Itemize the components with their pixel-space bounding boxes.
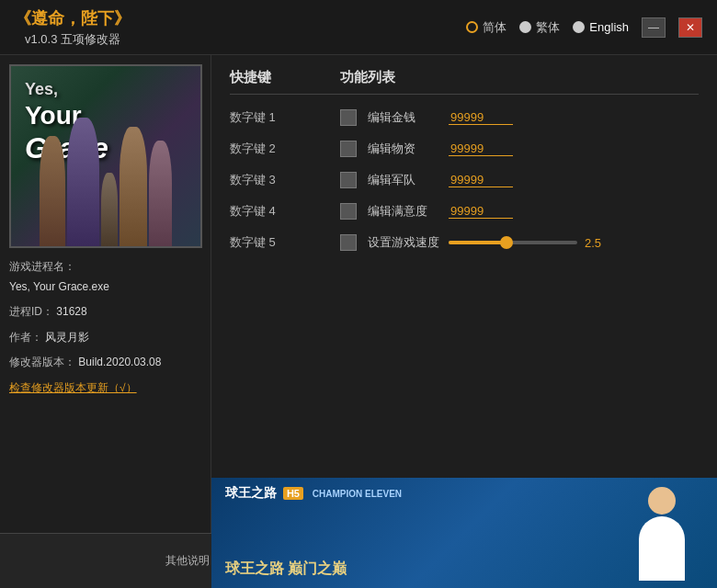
lang-traditional[interactable]: 繁体 bbox=[519, 19, 560, 36]
cheat-row-4: 数字键 4 编辑满意度 bbox=[230, 203, 699, 220]
func-label-4: 编辑满意度 bbox=[368, 203, 441, 220]
checkbox-2[interactable] bbox=[340, 141, 357, 157]
ad-person bbox=[625, 487, 699, 588]
info-author: 作者： 风灵月影 bbox=[9, 328, 201, 348]
main-area: Yes, Your Grace 游戏进程名： Yes, Your Grace.e… bbox=[0, 55, 717, 533]
minimize-button[interactable]: — bbox=[642, 17, 666, 38]
func-label-2: 编辑物资 bbox=[368, 141, 441, 157]
func-label-1: 编辑金钱 bbox=[368, 109, 441, 126]
hotkey-5: 数字键 5 bbox=[230, 234, 340, 251]
cheat-row-3: 数字键 3 编辑军队 bbox=[230, 172, 699, 188]
radio-english bbox=[573, 21, 585, 33]
game-cover-image: Yes, Your Grace bbox=[9, 64, 202, 248]
language-controls: 简体 繁体 English — ✕ bbox=[466, 17, 702, 38]
cheat-row-5: 数字键 5 设置游戏速度 2.5 bbox=[230, 234, 699, 251]
ad-brand: CHAMPION ELEVEN bbox=[313, 489, 402, 499]
person-head bbox=[648, 487, 676, 514]
value-input-1[interactable] bbox=[449, 110, 513, 125]
hotkey-2: 数字键 2 bbox=[230, 141, 340, 157]
hotkey-3: 数字键 3 bbox=[230, 172, 340, 188]
col-hotkey-header: 快捷键 bbox=[230, 69, 340, 86]
lang-english-label: English bbox=[589, 20, 629, 34]
value-input-4[interactable] bbox=[449, 204, 513, 219]
person-body bbox=[639, 516, 685, 581]
ad-banner[interactable]: 球王之路 H5 CHAMPION ELEVEN 球王之路 巅门之巅 bbox=[211, 478, 717, 588]
radio-traditional bbox=[519, 21, 531, 33]
func-label-3: 编辑军队 bbox=[368, 172, 441, 188]
author-value: 风灵月影 bbox=[45, 331, 89, 344]
character-art bbox=[11, 99, 200, 246]
func-label-5: 设置游戏速度 bbox=[368, 234, 441, 251]
game-title: 《遵命，陛下》 bbox=[15, 7, 131, 29]
hotkey-4: 数字键 4 bbox=[230, 203, 340, 220]
lang-simplified[interactable]: 简体 bbox=[466, 19, 506, 36]
author-label: 作者： bbox=[9, 331, 42, 344]
left-panel: Yes, Your Grace 游戏进程名： Yes, Your Grace.e… bbox=[0, 55, 211, 533]
col-func-header: 功能列表 bbox=[340, 69, 699, 86]
ad-subtitle: 球王之路 巅门之巅 bbox=[225, 560, 347, 579]
ad-logo: 球王之路 H5 CHAMPION ELEVEN bbox=[225, 485, 402, 502]
checkbox-1[interactable] bbox=[340, 109, 357, 126]
checkbox-5[interactable] bbox=[340, 234, 357, 251]
lang-traditional-label: 繁体 bbox=[536, 19, 560, 36]
slider-fill bbox=[449, 241, 506, 244]
value-input-2[interactable] bbox=[449, 141, 513, 156]
cheat-row-2: 数字键 2 编辑物资 bbox=[230, 141, 699, 157]
char-5 bbox=[149, 141, 172, 246]
speed-slider-container: 2.5 bbox=[449, 236, 699, 250]
char-3 bbox=[101, 173, 118, 246]
update-link[interactable]: 检查修改器版本更新（√） bbox=[9, 381, 137, 394]
modifier-version-label: 修改器版本： bbox=[9, 356, 75, 368]
titlebar: 《遵命，陛下》 v1.0.3 五项修改器 简体 繁体 English — ✕ bbox=[0, 0, 717, 55]
close-button[interactable]: ✕ bbox=[678, 17, 702, 38]
slider-track[interactable] bbox=[449, 241, 577, 244]
checkbox-3[interactable] bbox=[340, 172, 357, 188]
info-process-id: 进程ID： 31628 bbox=[9, 302, 201, 322]
right-panel: 快捷键 功能列表 数字键 1 编辑金钱 数字键 2 编辑物资 数字键 3 编辑军… bbox=[211, 55, 717, 533]
hotkey-1: 数字键 1 bbox=[230, 109, 340, 126]
info-version: 修改器版本： Build.2020.03.08 bbox=[9, 353, 201, 373]
title-area: 《遵命，陛下》 v1.0.3 五项修改器 bbox=[15, 7, 131, 48]
char-2 bbox=[67, 118, 99, 246]
info-process-name: 游戏进程名： Yes, Your Grace.exe bbox=[9, 257, 201, 297]
game-info: 游戏进程名： Yes, Your Grace.exe 进程ID： 31628 作… bbox=[9, 257, 201, 404]
cheat-row-1: 数字键 1 编辑金钱 bbox=[230, 109, 699, 126]
process-name-value: Yes, Your Grace.exe bbox=[9, 280, 109, 293]
checkbox-4[interactable] bbox=[340, 203, 357, 220]
lang-english[interactable]: English bbox=[573, 20, 629, 34]
process-id-value: 31628 bbox=[56, 305, 86, 318]
radio-simplified bbox=[466, 21, 478, 33]
columns-header: 快捷键 功能列表 bbox=[230, 69, 699, 95]
ad-tag: H5 bbox=[283, 487, 303, 500]
lang-simplified-label: 简体 bbox=[483, 19, 506, 36]
char-1 bbox=[40, 136, 65, 246]
modifier-version-value: Build.2020.03.08 bbox=[78, 356, 161, 368]
process-id-label: 进程ID： bbox=[9, 305, 53, 318]
version-label: v1.0.3 五项修改器 bbox=[25, 31, 120, 48]
process-name-label: 游戏进程名： bbox=[9, 260, 75, 273]
ad-name: 球王之路 bbox=[225, 485, 277, 500]
info-update[interactable]: 检查修改器版本更新（√） bbox=[9, 379, 201, 399]
value-input-3[interactable] bbox=[449, 173, 513, 187]
slider-thumb[interactable] bbox=[500, 236, 513, 249]
char-4 bbox=[120, 127, 147, 246]
logo-yes: Yes, bbox=[25, 80, 108, 100]
slider-value: 2.5 bbox=[585, 236, 601, 250]
